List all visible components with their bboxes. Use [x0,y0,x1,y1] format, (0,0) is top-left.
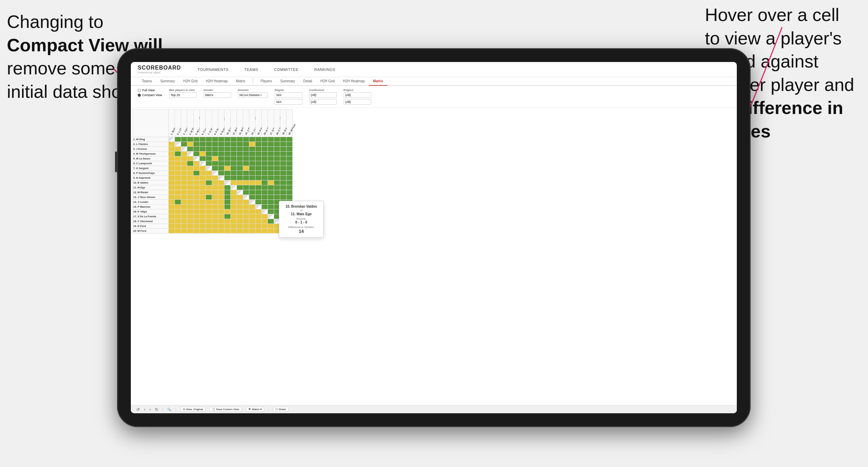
nav-tournaments[interactable]: TOURNAMENTS [195,66,231,73]
matrix-cell[interactable] [280,152,286,156]
matrix-cell[interactable] [206,152,212,156]
matrix-cell[interactable] [262,152,268,156]
matrix-cell[interactable] [224,219,231,224]
matrix-cell[interactable] [169,209,175,214]
matrix-cell[interactable] [255,205,262,209]
matrix-cell[interactable] [175,185,181,190]
matrix-cell[interactable] [249,171,255,176]
matrix-cell[interactable] [249,137,255,142]
matrix-cell[interactable] [243,229,249,234]
matrix-cell[interactable] [218,185,224,190]
matrix-cell[interactable] [212,219,218,224]
matrix-cell[interactable] [169,156,175,161]
matrix-cell[interactable] [255,137,262,142]
matrix-cell[interactable] [231,137,237,142]
matrix-cell[interactable] [268,137,274,142]
matrix-cell[interactable] [212,195,218,200]
matrix-cell[interactable] [212,190,218,195]
matrix-cell[interactable] [237,176,243,180]
matrix-cell[interactable] [268,185,274,190]
matrix-cell[interactable] [175,180,181,185]
matrix-cell[interactable] [194,166,200,171]
matrix-cell[interactable] [255,171,262,176]
matrix-cell[interactable] [194,156,200,161]
matrix-cell[interactable] [249,229,255,234]
matrix-cell[interactable] [249,195,255,200]
matrix-cell[interactable] [187,180,194,185]
matrix-cell[interactable] [212,214,218,219]
matrix-cell[interactable] [280,195,286,200]
matrix-cell[interactable] [169,229,175,234]
matrix-cell[interactable] [218,152,224,156]
matrix-cell[interactable] [243,209,249,214]
matrix-cell[interactable] [169,142,175,147]
matrix-cell[interactable] [262,195,268,200]
matrix-cell[interactable] [175,190,181,195]
matrix-cell[interactable] [187,185,194,190]
matrix-cell[interactable] [181,137,187,142]
matrix-cell[interactable] [237,229,243,234]
matrix-cell[interactable] [268,166,274,171]
matrix-cell[interactable] [231,156,237,161]
matrix-cell[interactable] [194,229,200,234]
matrix-cell[interactable] [249,209,255,214]
matrix-cell[interactable] [200,152,206,156]
matrix-cell[interactable] [187,156,194,161]
matrix-cell[interactable] [268,142,274,147]
matrix-cell[interactable] [187,205,194,209]
matrix-cell[interactable] [212,185,218,190]
matrix-cell[interactable] [194,195,200,200]
matrix-cell[interactable] [280,156,286,161]
matrix-cell[interactable] [237,166,243,171]
matrix-cell[interactable] [274,137,280,142]
tab-h2h-heatmap[interactable]: H2H Heatmap [202,77,232,86]
matrix-cell[interactable] [286,166,293,171]
matrix-cell[interactable] [169,185,175,190]
matrix-cell[interactable] [262,137,268,142]
matrix-cell[interactable] [224,229,231,234]
matrix-cell[interactable] [218,209,224,214]
full-view-option[interactable]: Full View [138,89,162,92]
matrix-cell[interactable] [194,224,200,229]
matrix-cell[interactable] [218,190,224,195]
matrix-cell[interactable] [224,190,231,195]
matrix-cell[interactable] [175,200,181,205]
matrix-cell[interactable] [231,176,237,180]
matrix-cell[interactable] [249,166,255,171]
matrix-cell[interactable] [262,166,268,171]
matrix-cell[interactable] [262,224,268,229]
matrix-cell[interactable] [286,142,293,147]
matrix-cell[interactable] [181,176,187,180]
matrix-cell[interactable] [262,219,268,224]
matrix-cell[interactable] [255,209,262,214]
matrix-cell[interactable] [194,205,200,209]
matrix-cell[interactable] [224,195,231,200]
matrix-cell[interactable] [187,161,194,166]
matrix-cell[interactable] [286,180,293,185]
matrix-cell[interactable] [231,219,237,224]
matrix-cell[interactable] [243,166,249,171]
matrix-cell[interactable] [169,205,175,209]
matrix-cell[interactable] [255,195,262,200]
matrix-cell[interactable] [280,190,286,195]
matrix-cell[interactable] [237,190,243,195]
matrix-cell[interactable] [187,152,194,156]
matrix-cell[interactable] [237,219,243,224]
region-select[interactable]: N/A [275,92,302,98]
matrix-cell[interactable] [274,190,280,195]
matrix-cell[interactable] [224,224,231,229]
matrix-cell[interactable] [200,161,206,166]
matrix-cell[interactable] [243,214,249,219]
matrix-cell[interactable] [280,142,286,147]
matrix-cell[interactable] [286,190,293,195]
matrix-cell[interactable] [206,185,212,190]
matrix-cell[interactable] [286,152,293,156]
matrix-cell[interactable] [231,195,237,200]
matrix-cell[interactable] [243,171,249,176]
matrix-cell[interactable] [262,185,268,190]
tab-matrix-active[interactable]: Matrix [369,77,387,86]
tab-h2h-heatmap-2[interactable]: H2H Heatmap [339,77,369,86]
matrix-cell[interactable] [212,166,218,171]
matrix-cell[interactable] [243,200,249,205]
matrix-cell[interactable] [212,200,218,205]
